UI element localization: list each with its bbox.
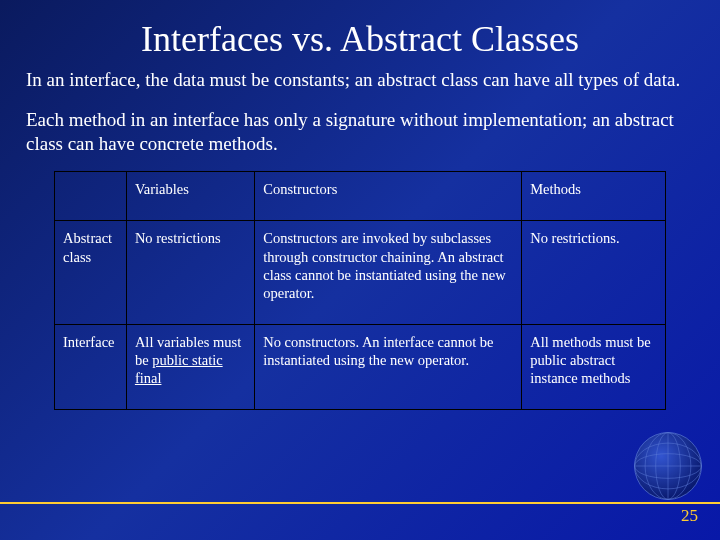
svg-point-1 [635,454,702,479]
body-text-block: In an interface, the data must be consta… [0,68,720,155]
comparison-table: Variables Constructors Methods Abstract … [54,171,666,410]
cell-abstract-methods: No restrictions. [522,221,666,325]
header-methods: Methods [522,172,666,221]
header-blank [55,172,127,221]
table-header-row: Variables Constructors Methods [55,172,666,221]
table-row: Interface All variables must be public s… [55,324,666,409]
paragraph-2: Each method in an interface has only a s… [26,108,694,156]
cell-interface-constructors: No constructors. An interface cannot be … [255,324,522,409]
svg-point-2 [635,443,702,489]
cell-interface-variables: All variables must be public static fina… [126,324,254,409]
footer-divider [0,502,720,504]
row-label-abstract: Abstract class [55,221,127,325]
slide-title: Interfaces vs. Abstract Classes [0,0,720,68]
header-constructors: Constructors [255,172,522,221]
svg-point-0 [635,433,702,500]
slide-number: 25 [681,506,698,526]
header-variables: Variables [126,172,254,221]
cell-abstract-constructors: Constructors are invoked by subclasses t… [255,221,522,325]
comparison-table-wrap: Variables Constructors Methods Abstract … [54,171,666,410]
svg-point-4 [645,433,691,500]
svg-point-3 [656,433,681,500]
row-label-interface: Interface [55,324,127,409]
table-row: Abstract class No restrictions Construct… [55,221,666,325]
cell-abstract-variables: No restrictions [126,221,254,325]
cell-interface-methods: All methods must be public abstract inst… [522,324,666,409]
globe-icon [624,422,712,510]
paragraph-1: In an interface, the data must be consta… [26,68,694,92]
